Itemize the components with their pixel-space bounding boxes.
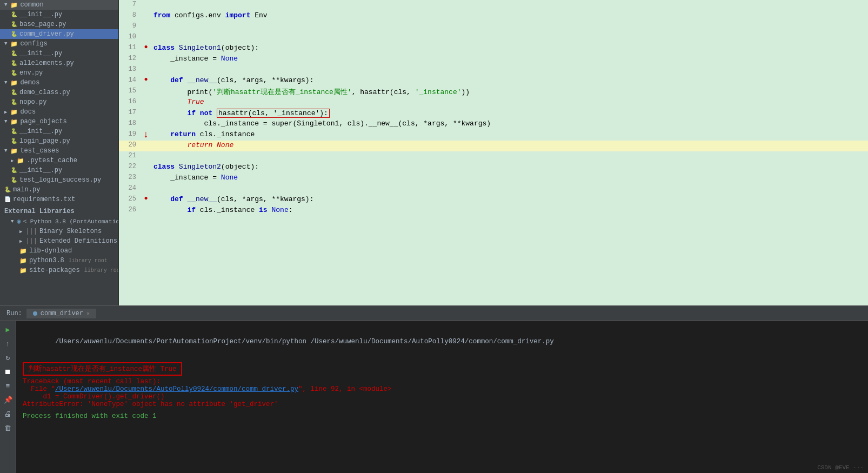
sidebar-item-init-common[interactable]: 🐍 __init__.py bbox=[0, 10, 118, 19]
scroll-up-button[interactable]: ↑ bbox=[3, 338, 14, 349]
line-num-11: 11 bbox=[119, 43, 141, 51]
sidebar-label-page-objects: page_objects bbox=[20, 118, 66, 125]
folder-icon: 📁 bbox=[10, 118, 18, 125]
sidebar-item-lib-dynload[interactable]: 📁 lib-dynload bbox=[0, 246, 118, 256]
sidebar-item-init-page[interactable]: 🐍 __init__.py bbox=[0, 126, 118, 136]
rerun-button[interactable]: ↻ bbox=[3, 352, 14, 363]
sidebar-item-init-test[interactable]: 🐍 __init__.py bbox=[0, 165, 118, 175]
library-root-label2: library root bbox=[84, 268, 118, 274]
run-toolbar-left: ▶ ↑ ↻ ⏹ ≡ 📌 🖨 🗑 bbox=[0, 321, 16, 473]
sidebar-item-python38-root[interactable]: 📁 python3.8 library root bbox=[0, 256, 118, 265]
line-num-25: 25 bbox=[119, 195, 141, 203]
line-num-8: 8 bbox=[119, 11, 141, 19]
line-num-12: 12 bbox=[119, 54, 141, 62]
sidebar-item-demos[interactable]: ▼ 📁 demos bbox=[0, 78, 118, 88]
code-editor[interactable]: 7 8 from configs.env import Env 9 10 bbox=[119, 0, 868, 305]
print-button[interactable]: 🖨 bbox=[3, 409, 14, 419]
sidebar-item-init-configs[interactable]: 🐍 __init__.py bbox=[0, 49, 118, 58]
line-content-20: return None bbox=[151, 141, 868, 150]
console-chinese-output: 判断hasattr现在是否有_instance属性 True bbox=[23, 362, 182, 376]
line-content-26: if cls._instance is None: bbox=[151, 205, 868, 215]
console-finished: Process finished with exit code 1 bbox=[23, 412, 862, 420]
sidebar-item-nopo[interactable]: 🐍 nopo.py bbox=[0, 97, 118, 107]
sidebar-label-configs: configs bbox=[20, 40, 47, 48]
chevron-right-icon: ▶ bbox=[11, 158, 14, 164]
code-line-12: 12 _instance = None bbox=[119, 54, 868, 65]
sidebar-item-requirements[interactable]: 📄 requirements.txt bbox=[0, 195, 118, 204]
line-content-16: True bbox=[151, 97, 868, 106]
sidebar-item-env[interactable]: 🐍 env.py bbox=[0, 68, 118, 78]
code-line-17: 17 if not hasattr(cls, '_instance'): bbox=[119, 108, 868, 119]
txt-file-icon: 📄 bbox=[4, 196, 11, 203]
chevron-down-icon: ▼ bbox=[4, 2, 7, 8]
py-file-icon: 🐍 bbox=[11, 167, 17, 174]
line-content-19: return cls._instance bbox=[151, 130, 868, 139]
sidebar-label-init-page: __init__.py bbox=[19, 128, 62, 135]
sidebar-item-docs[interactable]: ▶ 📁 docs bbox=[0, 107, 118, 117]
line-num-20: 20 bbox=[119, 141, 141, 149]
sidebar-label-external: External Libraries bbox=[4, 208, 75, 215]
sidebar-item-binary-skeletons[interactable]: ▶ ||| Binary Skeletons bbox=[0, 226, 118, 236]
py-file-icon: 🐍 bbox=[11, 89, 17, 96]
sidebar-item-test-login[interactable]: 🐍 test_login_success.py bbox=[0, 175, 118, 185]
code-line-13: 13 bbox=[119, 65, 868, 76]
main-area: ▼ 📁 common 🐍 __init__.py 🐍 base_page.py … bbox=[0, 0, 868, 305]
console-output[interactable]: /Users/wuwenlu/Documents/PortAutomationP… bbox=[16, 321, 868, 473]
sidebar-item-extended-defs[interactable]: ▶ ||| Extended Definitions bbox=[0, 236, 118, 246]
chevron-right-icon: ▶ bbox=[4, 109, 7, 115]
sidebar-item-login-page[interactable]: 🐍 login_page.py bbox=[0, 136, 118, 146]
sidebar-item-test-cases[interactable]: ▼ 📁 test_cases bbox=[0, 146, 118, 156]
pin-button[interactable]: 📌 bbox=[3, 395, 14, 405]
chevron-right-icon: ▶ bbox=[19, 238, 22, 244]
code-line-25: 25 ● def __new__(cls, *args, **kwargs): bbox=[119, 195, 868, 205]
sidebar-item-configs[interactable]: ▼ 📁 configs bbox=[0, 39, 118, 49]
sidebar-label-login-page: login_page.py bbox=[19, 137, 70, 145]
trash-button[interactable]: 🗑 bbox=[3, 423, 14, 434]
code-line-24: 24 bbox=[119, 184, 868, 195]
line-content-17: if not hasattr(cls, '_instance'): bbox=[151, 108, 868, 118]
line-content-7 bbox=[151, 0, 868, 9]
folder-icon: 📁 bbox=[19, 248, 27, 255]
sidebar-label-binary-skeletons: Binary Skeletons bbox=[39, 228, 102, 235]
close-tab-icon[interactable]: ✕ bbox=[86, 310, 90, 317]
sidebar-item-common[interactable]: ▼ 📁 common bbox=[0, 0, 118, 10]
sidebar-item-base-page[interactable]: 🐍 base_page.py bbox=[0, 19, 118, 29]
line-num-23: 23 bbox=[119, 173, 141, 181]
code-line-15: 15 print('判断hasattr现在是否有_instance属性', ha… bbox=[119, 86, 868, 97]
sidebar-item-python38[interactable]: ▼ ◉ < Python 3.8 (PortAutomationPro bbox=[0, 216, 118, 226]
line-content-9 bbox=[151, 22, 868, 31]
folder-icon: 📁 bbox=[19, 257, 27, 264]
settings-button[interactable]: ≡ bbox=[3, 381, 14, 391]
code-line-22: 22 class Singleton2(object): bbox=[119, 162, 868, 173]
line-content-23: _instance = None bbox=[151, 173, 868, 182]
code-line-18: 18 cls._instance = super(Singleton1, cls… bbox=[119, 119, 868, 130]
code-line-16: 16 True bbox=[119, 97, 868, 108]
finished-text: Process finished with exit code 1 bbox=[23, 412, 157, 420]
line-content-8: from configs.env import Env bbox=[151, 11, 868, 20]
sidebar-item-pytest-cache[interactable]: ▶ 📁 .pytest_cache bbox=[0, 156, 118, 165]
sidebar-item-main[interactable]: 🐍 main.py bbox=[0, 185, 118, 195]
sidebar-item-site-packages[interactable]: 📁 site-packages library root bbox=[0, 265, 118, 275]
sidebar-label-base-page: base_page.py bbox=[19, 21, 66, 28]
line-content-14: def __new__(cls, *args, **kwargs): bbox=[151, 76, 868, 85]
sidebar-item-comm-driver[interactable]: 🐍 comm_driver.py bbox=[0, 29, 118, 39]
sidebar-item-allelements[interactable]: 🐍 allelements.py bbox=[0, 58, 118, 68]
run-tab-comm-driver[interactable]: comm_driver ✕ bbox=[26, 309, 96, 318]
line-num-13: 13 bbox=[119, 65, 141, 73]
line-num-24: 24 bbox=[119, 184, 141, 192]
code-line-23: 23 _instance = None bbox=[119, 173, 868, 184]
py-file-icon: 🐍 bbox=[11, 60, 17, 66]
line-content-11: class Singleton1(object): bbox=[151, 43, 868, 52]
sidebar-item-demo-class[interactable]: 🐍 demo_class.py bbox=[0, 88, 118, 97]
run-button[interactable]: ▶ bbox=[3, 324, 14, 335]
stop-button[interactable]: ⏹ bbox=[3, 367, 14, 377]
sidebar-item-external-libraries[interactable]: External Libraries bbox=[0, 204, 118, 216]
console-file-link[interactable]: /Users/wuwenlu/Documents/AutoPolly0924/c… bbox=[55, 385, 298, 393]
gutter-25: ● bbox=[141, 195, 151, 202]
code-line-8: 8 from configs.env import Env bbox=[119, 11, 868, 22]
sidebar-item-page-objects[interactable]: ▼ 📁 page_objects bbox=[0, 117, 118, 126]
line-content-18: cls._instance = super(Singleton1, cls)._… bbox=[151, 119, 868, 128]
sidebar-label-site-packages: site-packages bbox=[29, 267, 80, 274]
sidebar-label-python38-root: python3.8 bbox=[29, 257, 64, 264]
py-file-icon: 🐍 bbox=[11, 128, 17, 135]
